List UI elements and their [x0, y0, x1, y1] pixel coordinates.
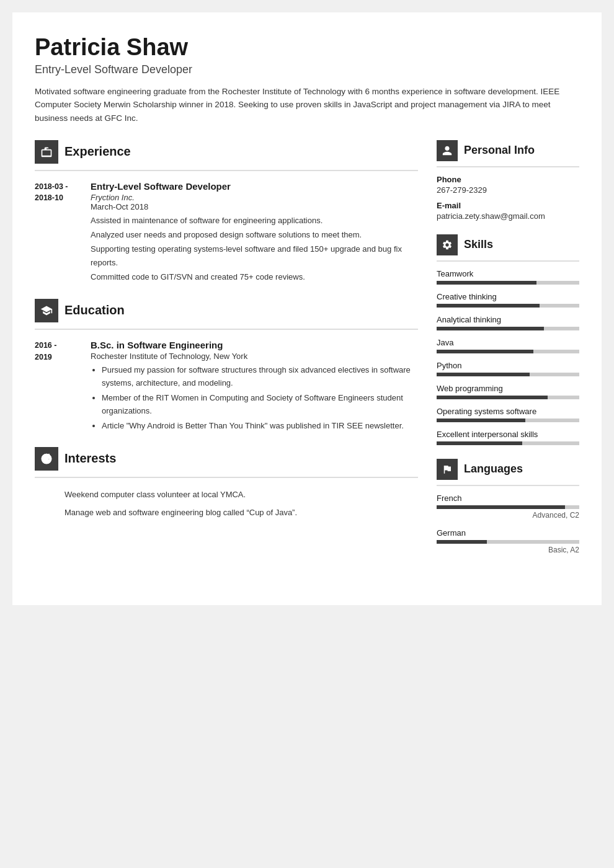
experience-header: Experience	[35, 140, 418, 164]
candidate-title: Entry-Level Software Developer	[35, 63, 579, 76]
language-item: German Basic, A2	[437, 528, 579, 554]
skill-item: Teamwork	[437, 269, 579, 285]
skills-gear-icon	[442, 239, 453, 250]
candidate-summary: Motivated software engineering graduate …	[35, 85, 579, 125]
interests-divider	[35, 477, 418, 478]
language-name: German	[437, 528, 579, 538]
skill-bar-background	[437, 281, 579, 285]
interests-icon	[35, 447, 58, 471]
interests-content: Weekend computer class volunteer at loca…	[35, 488, 418, 520]
language-name: French	[437, 494, 579, 503]
skill-bar-background	[437, 304, 579, 308]
skill-bar-fill	[437, 281, 536, 285]
email-label: E-mail	[437, 201, 579, 210]
left-column: Experience 2018-03 - 2018-10 Entry-Level…	[35, 140, 418, 568]
language-bar-background	[437, 540, 579, 544]
education-title: Education	[65, 303, 125, 317]
language-item: French Advanced, C2	[437, 494, 579, 520]
experience-divider	[35, 170, 418, 171]
candidate-name: Patricia Shaw	[35, 35, 579, 61]
skill-bar-background	[437, 327, 579, 330]
experience-entry: 2018-03 - 2018-10 Entry-Level Software D…	[35, 181, 418, 285]
experience-section: Experience 2018-03 - 2018-10 Entry-Level…	[35, 140, 418, 285]
education-institution: Rochester Institute of Technology, New Y…	[91, 352, 418, 361]
personal-icon	[437, 140, 458, 161]
languages-title: Languages	[464, 463, 523, 476]
resume: Patricia Shaw Entry-Level Software Devel…	[12, 12, 602, 605]
experience-period: March-Oct 2018	[91, 202, 418, 211]
skill-bar-fill	[437, 304, 540, 308]
skill-item: Creative thinking	[437, 292, 579, 308]
dribbble-icon	[40, 453, 53, 465]
briefcase-icon	[40, 146, 53, 158]
skill-bar-fill	[437, 418, 525, 422]
skill-bar-fill	[437, 396, 548, 399]
skill-bar-fill	[437, 441, 522, 445]
experience-bullets: Assisted in maintenance of software for …	[91, 214, 418, 284]
phone-value: 267-279-2329	[437, 185, 579, 195]
skill-name: Java	[437, 338, 579, 347]
experience-job-title: Entry-Level Software Developer	[91, 181, 418, 192]
skill-name: Analytical thinking	[437, 315, 579, 324]
personal-info-header: Personal Info	[437, 140, 579, 161]
education-dates: 2016 - 2019	[35, 340, 79, 433]
skill-bar-background	[437, 418, 579, 422]
education-bullets: Pursued my passion for software structur…	[91, 363, 418, 432]
language-level: Basic, A2	[437, 546, 579, 554]
skill-name: Excellent interpersonal skills	[437, 430, 579, 439]
personal-info-title: Personal Info	[464, 144, 535, 157]
interests-title: Interests	[65, 451, 116, 466]
language-bar-fill	[437, 505, 565, 509]
languages-header: Languages	[437, 459, 579, 480]
education-degree: B.Sc. in Software Engineering	[91, 340, 418, 350]
skill-bar-fill	[437, 350, 533, 353]
language-level: Advanced, C2	[437, 511, 579, 520]
skill-item: Analytical thinking	[437, 315, 579, 330]
skill-name: Web programming	[437, 384, 579, 393]
header: Patricia Shaw Entry-Level Software Devel…	[35, 35, 579, 125]
skill-item: Web programming	[437, 384, 579, 399]
skill-item: Excellent interpersonal skills	[437, 430, 579, 445]
experience-company: Fryction Inc.	[91, 193, 418, 202]
graduation-icon	[40, 304, 53, 317]
education-section: Education 2016 - 2019 B.Sc. in Software …	[35, 299, 418, 433]
skill-bar-fill	[437, 373, 530, 376]
skills-icon	[437, 234, 458, 255]
right-column: Personal Info Phone 267-279-2329 E-mail …	[437, 140, 579, 568]
language-bar-fill	[437, 540, 487, 544]
experience-icon	[35, 140, 58, 164]
languages-list: French Advanced, C2 German Basic, A2	[437, 494, 579, 554]
personal-info-divider	[437, 166, 579, 167]
skills-section: Skills Teamwork Creative thinking Analyt…	[437, 234, 579, 445]
interests-section: Interests Weekend computer class volunte…	[35, 447, 418, 520]
education-header: Education	[35, 299, 418, 322]
experience-content: Entry-Level Software Developer Fryction …	[91, 181, 418, 285]
skill-item: Java	[437, 338, 579, 353]
education-icon	[35, 299, 58, 322]
skills-title: Skills	[464, 238, 493, 251]
skill-bar-fill	[437, 327, 544, 330]
skill-name: Python	[437, 361, 579, 370]
interests-header: Interests	[35, 447, 418, 471]
languages-icon	[437, 459, 458, 480]
education-entry: 2016 - 2019 B.Sc. in Software Engineerin…	[35, 340, 418, 433]
personal-info-section: Personal Info Phone 267-279-2329 E-mail …	[437, 140, 579, 221]
languages-divider	[437, 485, 579, 486]
languages-section: Languages French Advanced, C2 German Bas…	[437, 459, 579, 554]
experience-title: Experience	[65, 144, 131, 159]
email-value: patricia.zety.shaw@gmail.com	[437, 211, 579, 221]
skill-name: Operating systems software	[437, 407, 579, 416]
interests-text: Weekend computer class volunteer at loca…	[65, 488, 418, 520]
skills-list: Teamwork Creative thinking Analytical th…	[437, 269, 579, 445]
skill-name: Teamwork	[437, 269, 579, 278]
skill-bar-background	[437, 441, 579, 445]
skill-name: Creative thinking	[437, 292, 579, 301]
main-layout: Experience 2018-03 - 2018-10 Entry-Level…	[35, 140, 579, 568]
skill-bar-background	[437, 373, 579, 376]
skill-item: Python	[437, 361, 579, 376]
education-divider	[35, 329, 418, 330]
skills-header: Skills	[437, 234, 579, 255]
skill-bar-background	[437, 396, 579, 399]
skill-bar-background	[437, 350, 579, 353]
experience-dates: 2018-03 - 2018-10	[35, 181, 79, 285]
